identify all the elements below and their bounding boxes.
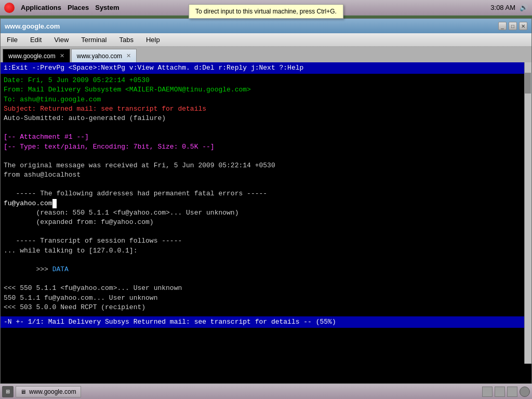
resp1: <<< 550 5.1.1 <fu@yahoo.com>... User unk… [4, 284, 521, 293]
taskbar-btn-1[interactable] [482, 387, 493, 397]
tab-yahoo-label: www.yahoo.com [77, 52, 122, 60]
date-line: Date: Fri, 5 Jun 2009 05:22:14 +0530 [4, 76, 521, 85]
email-content: Date: Fri, 5 Jun 2009 05:22:14 +0530 Fro… [1, 74, 524, 314]
tab-yahoo-close[interactable]: ✕ [126, 52, 131, 59]
scrollbar[interactable] [524, 62, 531, 364]
menu-file[interactable]: File [5, 35, 20, 45]
scrollbar-thumb[interactable] [525, 73, 531, 94]
tab-google-close[interactable]: ✕ [60, 52, 64, 59]
tab-google[interactable]: www.google.com ✕ [3, 49, 70, 62]
terminal-controls: _ □ ✕ [498, 22, 527, 30]
system-bar-left: Applications Places System [4, 3, 119, 13]
taskbar-btn-2[interactable] [495, 387, 505, 397]
taskbar-right [482, 387, 530, 397]
system-bar-right: 3:08 AM 🔊 [490, 4, 528, 11]
menu-terminal[interactable]: Terminal [79, 35, 109, 45]
from-line: From: Mail Delivery Subsystem <MAILER-DA… [4, 85, 521, 95]
while-talking: ... while talking to [127.0.0.1]: [4, 246, 521, 256]
terminal-window: www.google.com _ □ ✕ File Edit View Term… [0, 18, 532, 396]
resp3: <<< 503 5.0.0 Need RCPT (recipient) [4, 303, 521, 312]
auto-submitted: Auto-Submitted: auto-generated (failure) [4, 114, 521, 123]
system-menu[interactable]: System [95, 4, 119, 11]
reason-line: (reason: 550 5.1.1 <fu@yahoo.com>... Use… [4, 208, 521, 218]
data-cmd: >>> DATA [4, 256, 521, 284]
to-line: To: ashu@tinu.google.com [4, 95, 521, 104]
places-menu[interactable]: Places [68, 4, 89, 11]
expanded-line: (expanded from: fu@yahoo.com) [4, 218, 521, 227]
app-icon [4, 3, 15, 13]
transcript-line: ----- Transcript of session follows ----… [4, 236, 521, 246]
command-bar: i:Exit -:PrevPg <Space>:NextPg v:View At… [1, 62, 524, 74]
close-button[interactable]: ✕ [519, 22, 527, 30]
resp2: 550 5.1.1 fu@yahoo.com... User unknown [4, 294, 521, 303]
taskbar-item-label: www.google.com [29, 388, 76, 395]
fatal-errors: ----- The following addresses had perman… [4, 189, 521, 198]
bad-address-line: fu@yahoo.com [4, 199, 521, 208]
attachment1: [-- Attachment #1 --] [4, 132, 521, 142]
taskbar-btn-4[interactable] [520, 387, 530, 397]
menu-tabs[interactable]: Tabs [117, 35, 135, 45]
taskbar: ⊞ 🖥 www.google.com [0, 383, 532, 399]
maximize-button[interactable]: □ [509, 22, 517, 30]
terminal-title: www.google.com [5, 22, 60, 30]
minimize-button[interactable]: _ [498, 22, 507, 30]
menu-view[interactable]: View [52, 35, 71, 45]
taskbar-btn-3[interactable] [507, 387, 517, 397]
taskbar-item-icon: 🖥 [20, 389, 26, 395]
menu-edit[interactable]: Edit [28, 35, 44, 45]
taskbar-icon: ⊞ [2, 386, 14, 397]
tooltip: To direct input to this virtual machine,… [189, 4, 343, 19]
subject-line: Subject: Returned mail: see transcript f… [4, 104, 521, 114]
taskbar-terminal-item[interactable]: 🖥 www.google.com [16, 386, 81, 397]
original-msg: The original message was received at Fri… [4, 161, 521, 170]
terminal-titlebar: www.google.com _ □ ✕ [1, 19, 531, 33]
tab-google-label: www.google.com [8, 52, 56, 60]
tab-yahoo[interactable]: www.yahoo.com ✕ [71, 49, 137, 62]
applications-menu[interactable]: Applications [21, 4, 61, 11]
menu-bar: File Edit View Terminal Tabs Help [1, 33, 531, 47]
tabs-bar: www.google.com ✕ www.yahoo.com ✕ [1, 47, 531, 62]
volume-icon: 🔊 [520, 4, 528, 11]
terminal-content[interactable]: i:Exit -:PrevPg <Space>:NextPg v:View At… [1, 62, 531, 364]
menu-help[interactable]: Help [144, 35, 162, 45]
from-localhost: from ashu@localhost [4, 170, 521, 180]
status-bar: -N +- 1/1: Mail Delivery Subsys Returned… [1, 316, 524, 328]
attachment2: [-- Type: text/plain, Encoding: 7bit, Si… [4, 142, 521, 152]
clock: 3:08 AM [490, 4, 515, 11]
